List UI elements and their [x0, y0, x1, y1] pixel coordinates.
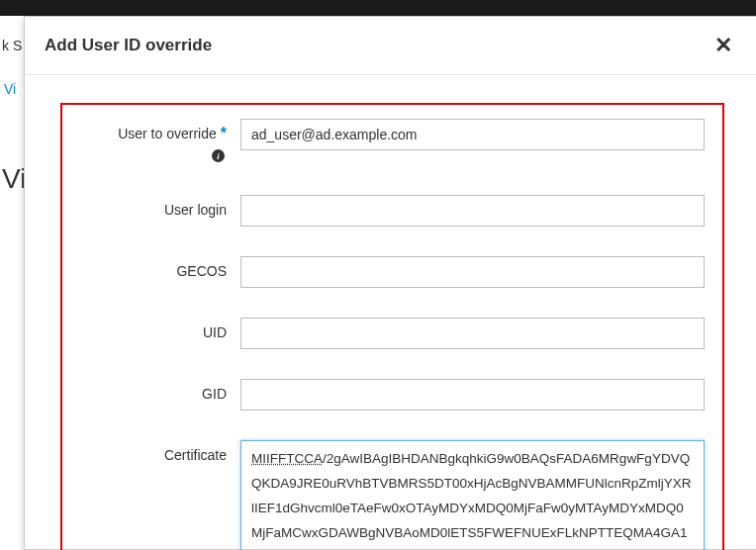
user-login-input[interactable] [240, 195, 705, 227]
close-icon[interactable]: ✕ [714, 35, 732, 56]
row-gecos: GECOS [80, 256, 705, 288]
user-to-override-input[interactable] [240, 119, 705, 150]
gid-label: GID [202, 386, 227, 402]
row-user-to-override: User to override* i [80, 119, 705, 165]
gid-input[interactable] [240, 379, 705, 411]
gecos-input[interactable] [240, 256, 705, 288]
row-user-login: User login [80, 195, 705, 227]
certificate-body: /2gAwIBAgIBHDANBgkqhkiG9w0BAQsFADA6MRgwF… [251, 451, 692, 550]
certificate-textarea[interactable]: MIIFFTCCA/2gAwIBAgIBHDANBgkqhkiG9w0BAQsF… [240, 440, 705, 550]
modal-title: Add User ID override [45, 36, 212, 55]
certificate-prefix: MIIFFTCCA [251, 451, 323, 466]
bg-partial-text: k S [0, 38, 22, 53]
certificate-label: Certificate [164, 447, 227, 463]
gecos-label: GECOS [176, 263, 227, 279]
modal-header: Add User ID override ✕ [25, 17, 756, 75]
user-login-label: User login [164, 202, 227, 218]
row-certificate: Certificate MIIFFTCCA/2gAwIBAgIBHDANBgkq… [80, 440, 705, 550]
bg-link-partial: Vi [4, 81, 16, 97]
row-uid: UID [80, 318, 705, 349]
info-icon[interactable]: i [80, 149, 227, 165]
uid-label: UID [203, 324, 227, 340]
required-marker: * [221, 125, 227, 141]
user-to-override-label: User to override [118, 126, 217, 141]
uid-input[interactable] [240, 318, 705, 349]
top-dark-bar [0, 0, 756, 16]
label-col: User to override* i [80, 119, 240, 165]
modal-body: User to override* i User login [25, 75, 756, 550]
form-highlight-box: User to override* i User login [60, 103, 724, 550]
row-gid: GID [80, 379, 705, 411]
bg-title-partial: Vi [2, 163, 26, 195]
add-user-id-override-modal: Add User ID override ✕ User to override*… [24, 16, 756, 550]
